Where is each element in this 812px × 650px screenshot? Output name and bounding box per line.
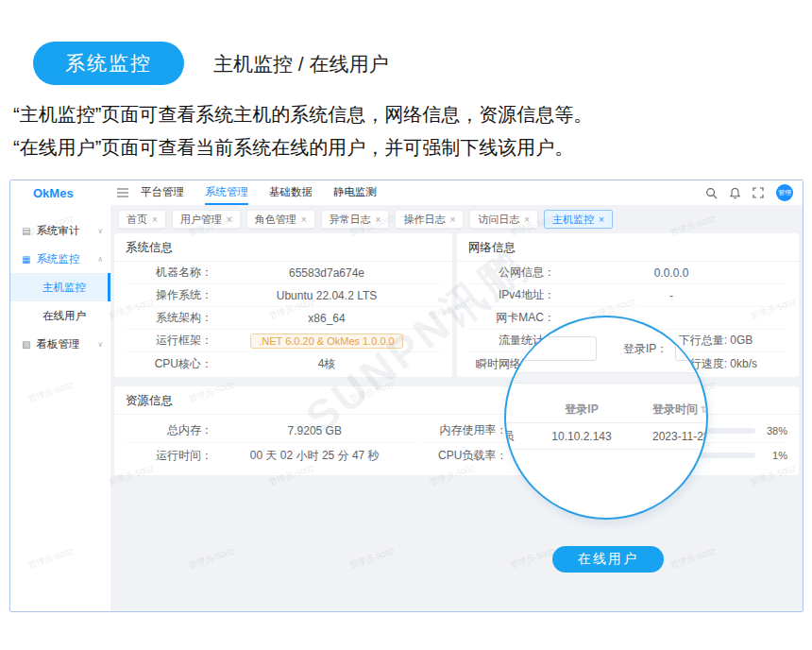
row-label: 网卡MAC：: [468, 310, 555, 326]
tab-close-icon[interactable]: ×: [599, 214, 604, 225]
info-row-arch: 系统架构： x86_64: [126, 307, 441, 330]
login-ip-label: 登录IP：: [623, 341, 668, 357]
row-value: 4核: [212, 356, 441, 372]
login-time-column-header[interactable]: 登录时间 ⇅: [643, 402, 708, 418]
sidebar-item-host-monitor[interactable]: 主机监控: [10, 273, 110, 301]
row-value: Ubuntu 22.04.2 LTS: [212, 289, 441, 302]
app-logo: OkMes: [10, 186, 110, 200]
bell-icon[interactable]: [729, 187, 741, 199]
avatar[interactable]: 管理: [776, 184, 793, 201]
tab-close-icon[interactable]: ×: [524, 214, 530, 225]
info-row-machine-name: 机器名称： 65583d7a674e: [126, 262, 441, 284]
nav-item-basedata[interactable]: 基础数据: [269, 180, 313, 205]
sidebar-group-label: 系统监控: [36, 252, 79, 266]
board-icon: ▧: [22, 339, 30, 350]
row-value: 65583d7a674e: [212, 266, 441, 280]
nav-item-system[interactable]: 系统管理: [205, 180, 248, 205]
sort-icon[interactable]: ⇅: [701, 404, 708, 415]
info-row-os: 操作系统： Ubuntu 22.04.2 LTS: [126, 284, 441, 307]
panel-title: 网络信息: [457, 233, 799, 262]
info-row-cpu-cores: CPU核心： 4核: [126, 352, 441, 375]
tab-close-icon[interactable]: ×: [376, 214, 381, 225]
row-label: 总内存：: [126, 422, 212, 438]
sidebar-group-label: 看板管理: [36, 337, 79, 351]
memory-percent: 38%: [755, 425, 787, 436]
tab-user-mgmt[interactable]: 用户管理 ×: [172, 210, 241, 229]
row-value: 00 天 02 小时 25 分 47 秒: [212, 448, 416, 464]
row-value: x86_64: [212, 312, 441, 325]
online-users-table: 登录IP 登录时间 ⇅ 管理员 10.10.2.143 2023-11-28 1: [504, 397, 708, 450]
row-value: -: [555, 289, 787, 302]
collapse-menu-icon[interactable]: [110, 188, 135, 197]
info-row-uptime: 运行时间： 00 天 02 小时 25 分 47 秒: [126, 443, 416, 468]
cpu-percent: 1%: [755, 450, 787, 461]
row-label: CPU负载率：: [420, 448, 507, 464]
nav-item-esd[interactable]: 静电监测: [333, 180, 377, 205]
panel-title: 系统信息: [114, 233, 452, 262]
login-ip-column-header[interactable]: 登录IP: [520, 402, 643, 418]
framework-tag: .NET 6.0.20 & OkMes 1.0.0.0: [250, 334, 402, 349]
description-line-1: “主机监控”页面可查看系统主机的系统信息，网络信息，资源信息等。: [13, 98, 797, 131]
tab-host-monitor[interactable]: 主机监控 ×: [544, 210, 613, 229]
fullscreen-icon[interactable]: [753, 187, 765, 199]
tab-close-icon[interactable]: ×: [449, 214, 455, 225]
chevron-down-icon: ∨: [97, 227, 103, 235]
sidebar: ▤ 系统审计 ∨ ▦ 系统监控 ∧ 主机监控 在线用户 ▧ 看板管理 ∨: [10, 205, 110, 611]
magnifier-circle: 登录IP： 登录IP 登录时间 ⇅ 管理员 10.10.2.143 2023-1…: [504, 316, 708, 520]
tab-op-log[interactable]: 操作日志 ×: [395, 210, 464, 229]
system-info-panel: 系统信息 机器名称： 65583d7a674e 操作系统： Ubuntu 22.…: [114, 233, 452, 377]
tab-label: 用户管理: [180, 213, 222, 227]
header-actions: 管理: [705, 184, 803, 201]
row-value: .NET 6.0.20 & OkMes 1.0.0.0: [212, 334, 441, 349]
info-row-public-ip: 公网信息： 0.0.0.0: [468, 262, 787, 284]
search-icon[interactable]: [705, 187, 718, 199]
monitor-icon: ▦: [22, 254, 30, 265]
tab-label: 访问日志: [478, 213, 519, 227]
row-value: 7.9205 GB: [212, 424, 416, 437]
chevron-up-icon: ∧: [97, 255, 103, 264]
tab-label: 主机监控: [552, 213, 594, 227]
tab-close-icon[interactable]: ×: [227, 214, 232, 225]
tab-label: 首页: [127, 213, 147, 227]
divider: [504, 372, 708, 384]
sidebar-item-online-users[interactable]: 在线用户: [10, 301, 110, 330]
nav-item-platform[interactable]: 平台管理: [141, 180, 184, 205]
info-row-framework: 运行框架： .NET 6.0.20 & OkMes 1.0.0.0: [126, 330, 441, 352]
tab-bar: 首页 × 用户管理 × 角色管理 × 异常日志 × 操作日志 ×: [110, 205, 803, 233]
row-label: 机器名称：: [126, 265, 212, 281]
row-label: 公网信息：: [468, 265, 555, 281]
info-row-total-memory: 总内存： 7.9205 GB: [126, 419, 416, 443]
tab-label: 异常日志: [330, 213, 371, 227]
tab-close-icon[interactable]: ×: [152, 214, 158, 225]
tab-label: 角色管理: [255, 213, 296, 227]
row-label: IPv4地址：: [468, 287, 555, 303]
online-users-callout: 在线用户: [552, 546, 664, 573]
chevron-down-icon: ∨: [97, 340, 103, 349]
table-header-row: 登录IP 登录时间 ⇅: [504, 397, 708, 423]
tab-error-log[interactable]: 异常日志 ×: [321, 210, 390, 229]
row-value: 0.0.0.0: [555, 266, 787, 280]
row-label: 系统架构：: [126, 310, 212, 326]
sidebar-group-label: 系统审计: [36, 224, 79, 238]
section-badge: 系统监控: [33, 42, 184, 85]
sidebar-group-monitor[interactable]: ▦ 系统监控 ∧: [10, 245, 110, 273]
tab-role-mgmt[interactable]: 角色管理 ×: [246, 210, 315, 229]
page-title: 主机监控 / 在线用户: [213, 51, 389, 77]
tab-access-log[interactable]: 访问日志 ×: [469, 210, 538, 229]
audit-icon: ▤: [22, 226, 30, 236]
column-label: 登录时间: [652, 402, 698, 418]
sidebar-group-audit[interactable]: ▤ 系统审计 ∨: [10, 216, 110, 245]
app-header: OkMes 平台管理 系统管理 基础数据 静电监测 管理: [10, 180, 803, 205]
row-label: 内存使用率：: [420, 422, 507, 438]
row-label: 操作系统：: [126, 287, 212, 303]
tab-close-icon[interactable]: ×: [301, 214, 307, 225]
row-label: 运行时间：: [126, 448, 212, 464]
cell-login-ip: 10.10.2.143: [520, 430, 643, 443]
sidebar-group-board[interactable]: ▧ 看板管理 ∨: [10, 330, 110, 358]
cell-username: 管理员: [504, 428, 520, 444]
info-row-ipv4: IPv4地址： -: [468, 284, 787, 307]
description-line-2: “在线用户”页面可查看当前系统在线的用户，并可强制下线该用户。: [13, 131, 797, 164]
description: “主机监控”页面可查看系统主机的系统信息，网络信息，资源信息等。 “在线用户”页…: [13, 98, 797, 164]
row-label: CPU核心：: [126, 356, 212, 372]
tab-home[interactable]: 首页 ×: [118, 210, 166, 229]
